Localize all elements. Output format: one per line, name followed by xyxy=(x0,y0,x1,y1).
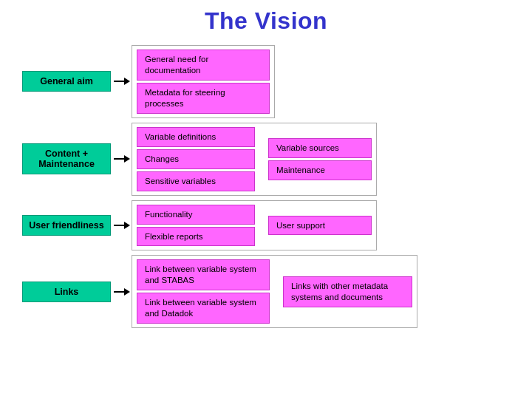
col-right-links: Links with other metadata systems and do… xyxy=(283,276,412,307)
col-mid-content: Variable definitions Changes Sensitive v… xyxy=(137,127,255,191)
pink-box-2-0: Functionality xyxy=(137,205,255,225)
pink-box-3-r0: Links with other metadata systems and do… xyxy=(283,276,412,307)
pink-box-0-0: General need for documentation xyxy=(137,50,270,81)
section-links: Links Link between variable system and S… xyxy=(22,255,510,328)
pink-box-0-1: Metadata for steering processes xyxy=(137,83,270,114)
col-right-content: Variable sources Maintenance xyxy=(268,138,372,180)
pink-box-1-r1: Maintenance xyxy=(268,160,372,180)
diagram: General aim General need for documentati… xyxy=(15,45,517,328)
pink-box-1-0: Variable definitions xyxy=(137,127,255,147)
pink-box-1-2: Sensitive variables xyxy=(137,171,255,191)
page-title: The Vision xyxy=(15,7,517,35)
pink-box-3-1: Link between variable system and Datadok xyxy=(137,293,270,324)
section-user-friendliness: User friendliness Functionality Flexible… xyxy=(22,200,510,251)
label-user-friendliness: User friendliness xyxy=(22,215,111,236)
label-content-maintenance: Content + Maintenance xyxy=(22,143,111,174)
page: The Vision General aim General need for … xyxy=(0,0,532,399)
section-general-aim: General aim General need for documentati… xyxy=(22,45,510,118)
pink-box-2-r0: User support xyxy=(268,216,372,236)
label-general-aim: General aim xyxy=(22,71,111,92)
pink-box-1-r0: Variable sources xyxy=(268,138,372,158)
col-mid-links: Link between variable system and STABAS … xyxy=(137,259,270,324)
col-mid-user: Functionality Flexible reports xyxy=(137,205,255,247)
pink-box-1-1: Changes xyxy=(137,149,255,169)
section-content-maintenance: Content + Maintenance Variable definitio… xyxy=(22,123,510,196)
pink-box-3-0: Link between variable system and STABAS xyxy=(137,259,270,290)
col-right-user: User support xyxy=(268,216,372,236)
label-links: Links xyxy=(22,282,111,302)
pink-box-2-1: Flexible reports xyxy=(137,227,255,247)
